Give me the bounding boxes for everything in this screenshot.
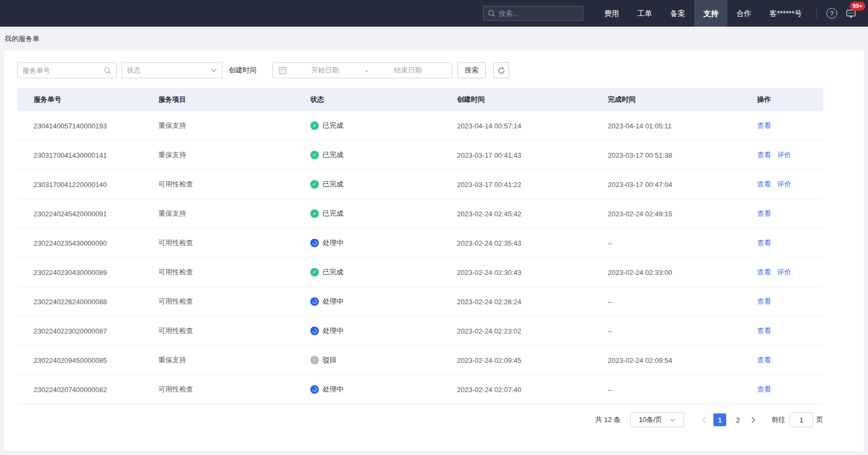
- global-search-input[interactable]: [499, 10, 578, 18]
- status-badge: 处理中: [310, 385, 457, 394]
- col-header-created: 创建时间: [457, 95, 608, 104]
- view-link[interactable]: 查看: [757, 180, 771, 188]
- processing-ring: [311, 240, 317, 246]
- nav-item-support[interactable]: 支持: [694, 0, 727, 27]
- goto-label: 前往: [771, 415, 785, 425]
- search-icon: [488, 10, 495, 17]
- service-item-cell: 可用性检查: [158, 297, 310, 306]
- refresh-icon: [497, 67, 505, 75]
- status-badge: ✓已完成: [310, 150, 457, 160]
- created-time-cell: 2023-03-17 00:41:43: [457, 151, 608, 159]
- nav-divider: [816, 9, 817, 18]
- created-time-cell: 2023-04-14 00:57:14: [457, 122, 608, 130]
- status-label: 已完成: [323, 209, 343, 218]
- status-processing-icon: [310, 327, 319, 335]
- finished-time-cell: 2023-03-17 00:51:38: [608, 151, 757, 159]
- ticket-number-box[interactable]: [17, 62, 117, 78]
- created-time-cell: 2023-02-24 02:30:43: [457, 269, 608, 277]
- status-badge: 处理中: [310, 297, 457, 306]
- view-link[interactable]: 查看: [757, 151, 771, 159]
- created-time-cell: 2023-02-24 02:09:45: [457, 356, 608, 364]
- page-button-1[interactable]: 1: [713, 413, 726, 426]
- status-select[interactable]: 状态: [122, 62, 222, 78]
- rate-link[interactable]: 评价: [777, 180, 791, 188]
- nav-item-filing[interactable]: 备案: [661, 0, 694, 27]
- page-size-select[interactable]: 10条/页: [630, 412, 684, 427]
- created-time-cell: 2023-02-24 02:35:43: [457, 239, 608, 247]
- calendar-icon: [278, 66, 287, 75]
- rate-link[interactable]: 评价: [777, 268, 791, 276]
- filter-row: 状态 创建时间 开始日期 - 结束日期 搜索: [17, 62, 823, 78]
- table-body: 2304140057140000193重保支持✓已完成2023-04-14 00…: [17, 111, 823, 404]
- nav-item-billing[interactable]: 费用: [595, 0, 628, 27]
- status-cell: 处理中: [310, 297, 457, 306]
- status-badge: 处理中: [310, 326, 457, 336]
- created-time-cell: 2023-02-24 02:26:24: [457, 298, 608, 306]
- view-link[interactable]: 查看: [757, 385, 771, 393]
- status-label: 已完成: [323, 180, 343, 189]
- date-separator: -: [363, 67, 369, 75]
- status-badge: ✓已完成: [310, 267, 457, 277]
- ticket-id-cell: 2302240226240000088: [17, 298, 158, 306]
- ticket-id-cell: 2302240209450000085: [17, 356, 158, 364]
- col-header-status: 状态: [310, 95, 457, 104]
- status-select-value: 状态: [127, 66, 141, 75]
- status-cell: ✓已完成: [310, 209, 457, 218]
- global-search-box[interactable]: [483, 6, 583, 21]
- nav-item-account[interactable]: 客******号: [760, 0, 811, 27]
- ticket-id-cell: 2302240223020000087: [17, 327, 158, 335]
- status-badge: ✓已完成: [310, 121, 457, 131]
- view-link[interactable]: 查看: [757, 356, 771, 364]
- col-header-ticket-id: 服务单号: [17, 95, 158, 104]
- status-cell: −驳回: [310, 355, 457, 365]
- next-page-button[interactable]: [747, 413, 760, 426]
- view-link[interactable]: 查看: [757, 327, 771, 335]
- table-row: 2302240223020000087可用性检查处理中2023-02-24 02…: [17, 316, 823, 346]
- refresh-button[interactable]: [493, 62, 509, 78]
- message-count-badge: 99+: [850, 2, 865, 11]
- actions-cell: 查看: [757, 238, 823, 248]
- end-date-placeholder[interactable]: 结束日期: [370, 66, 446, 75]
- search-icon: [104, 67, 111, 75]
- messages-button[interactable]: 99+: [841, 0, 861, 27]
- total-count-label: 共 12 条: [595, 415, 621, 425]
- page-button-2[interactable]: 2: [732, 413, 744, 426]
- table-row: 2302240230430000089可用性检查✓已完成2023-02-24 0…: [17, 258, 823, 287]
- service-item-cell: 可用性检查: [158, 267, 310, 277]
- actions-cell: 查看评价: [757, 180, 823, 189]
- rate-link[interactable]: 评价: [777, 151, 791, 159]
- table-row: 2302240226240000088可用性检查处理中2023-02-24 02…: [17, 287, 823, 316]
- prev-page-button[interactable]: [698, 413, 711, 426]
- nav-item-tickets[interactable]: 工单: [628, 0, 661, 27]
- pagination: 共 12 条 10条/页 1 2 前往 页: [17, 412, 823, 427]
- table-row: 2302240207400000082可用性检查处理中2023-02-24 02…: [17, 375, 823, 404]
- view-link[interactable]: 查看: [757, 239, 771, 247]
- table-row: 2303170041430000141重保支持✓已完成2023-03-17 00…: [17, 141, 823, 170]
- search-button[interactable]: 搜索: [457, 62, 486, 78]
- page-title: 我的服务单: [0, 27, 868, 51]
- goto-page-input[interactable]: [790, 412, 813, 427]
- view-link[interactable]: 查看: [757, 297, 771, 305]
- status-cell: ✓已完成: [310, 267, 457, 277]
- start-date-placeholder[interactable]: 开始日期: [287, 66, 363, 75]
- status-label: 处理中: [323, 385, 343, 394]
- ticket-number-input[interactable]: [22, 67, 104, 75]
- service-item-cell: 可用性检查: [158, 238, 310, 248]
- processing-ring: [311, 328, 317, 334]
- status-done-icon: ✓: [310, 151, 319, 159]
- status-cell: ✓已完成: [310, 121, 457, 131]
- view-link[interactable]: 查看: [757, 209, 771, 217]
- actions-cell: 查看: [757, 121, 823, 131]
- status-cell: 处理中: [310, 238, 457, 248]
- help-button[interactable]: ?: [822, 0, 841, 27]
- ticket-id-cell: 2302240207400000082: [17, 386, 158, 394]
- nav-item-partner[interactable]: 合作: [727, 0, 760, 27]
- finished-time-cell: 2023-02-24 02:33:00: [608, 269, 757, 277]
- top-navbar: 费用 工单 备案 支持 合作 客******号 ? 99+: [0, 0, 868, 27]
- view-link[interactable]: 查看: [757, 121, 771, 129]
- table-row: 2304140057140000193重保支持✓已完成2023-04-14 00…: [17, 111, 823, 141]
- status-done-icon: ✓: [310, 121, 319, 130]
- service-ticket-card: 状态 创建时间 开始日期 - 结束日期 搜索: [4, 51, 864, 451]
- view-link[interactable]: 查看: [757, 268, 771, 276]
- date-range-picker[interactable]: 开始日期 - 结束日期: [272, 62, 452, 78]
